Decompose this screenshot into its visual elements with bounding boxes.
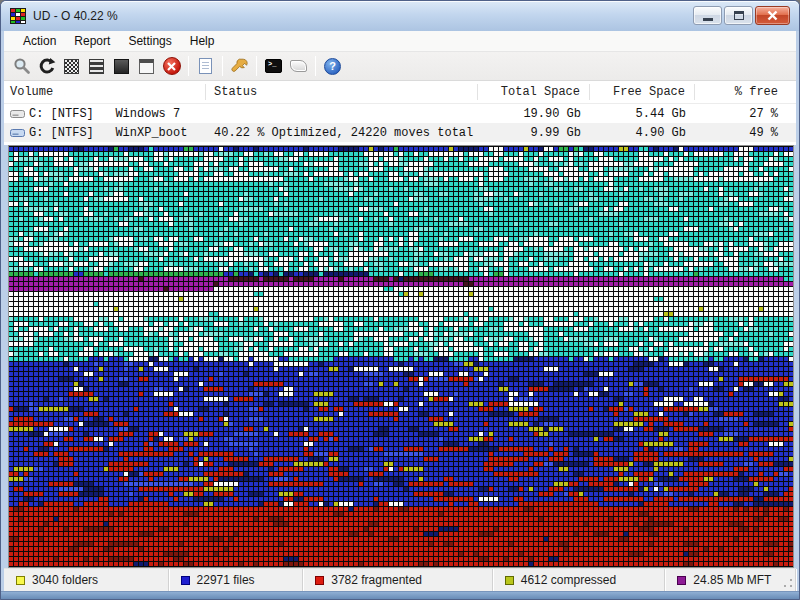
minimize-button[interactable] [693, 6, 722, 25]
toolbar-separator [256, 56, 257, 76]
menu-settings[interactable]: Settings [119, 32, 180, 50]
volume-row-c[interactable]: C: [NTFS] Windows 7 19.90 Gb 5.44 Gb 27 … [4, 104, 796, 123]
mft-size: 24.85 Mb MFT [693, 573, 771, 587]
resize-grip[interactable] [783, 578, 793, 588]
close-button[interactable] [755, 6, 790, 25]
mft-legend-swatch [677, 576, 686, 585]
status-mft: 24.85 Mb MFT [665, 569, 796, 591]
files-legend-swatch [181, 576, 190, 585]
compressed-count: 4612 compressed [521, 573, 616, 587]
magnifier-icon [13, 57, 31, 75]
menu-report[interactable]: Report [65, 32, 119, 50]
status-compressed: 4612 compressed [493, 569, 666, 591]
status-folders: 3040 folders [4, 569, 169, 591]
minimize-icon [703, 18, 713, 21]
analyze-button[interactable] [9, 54, 34, 79]
window-bottom-frame [1, 591, 799, 600]
optimize-mft-button[interactable] [109, 54, 134, 79]
quick-optimize-button[interactable] [59, 54, 84, 79]
about-button[interactable]: ? [320, 54, 345, 79]
report-button[interactable] [193, 54, 218, 79]
stop-icon [163, 57, 181, 75]
menu-help[interactable]: Help [181, 32, 224, 50]
document-icon [199, 58, 212, 74]
dark-square-icon [114, 59, 129, 74]
compressed-legend-swatch [505, 576, 514, 585]
defragment-button[interactable] [34, 54, 59, 79]
close-icon [767, 10, 778, 21]
volume-free: 4.90 Gb [590, 126, 695, 140]
column-header-pct-free[interactable]: % free [695, 84, 787, 100]
toolbar: >_ ? [4, 52, 796, 81]
volume-total: 9.99 Gb [478, 126, 590, 140]
full-optimize-button[interactable] [84, 54, 109, 79]
volume-list: Volume Status Total Space Free Space % f… [4, 81, 796, 145]
toolbar-separator [315, 56, 316, 76]
volume-pct: 49 % [695, 126, 787, 140]
app-window: UD - O 40.22 % Action Report Settings He… [0, 0, 800, 600]
fragmented-legend-swatch [315, 576, 324, 585]
striped-square-icon [89, 59, 104, 74]
column-header-status[interactable]: Status [206, 84, 478, 100]
toolbar-separator [188, 56, 189, 76]
files-count: 22971 files [197, 573, 255, 587]
folders-count: 3040 folders [32, 573, 98, 587]
volume-pct: 27 % [695, 107, 787, 121]
pause-button[interactable] [134, 54, 159, 79]
settings-button[interactable] [227, 54, 252, 79]
volume-label: C: [NTFS] Windows 7 [29, 107, 180, 121]
scroll-icon [290, 60, 307, 72]
drive-icon [10, 128, 25, 138]
volume-list-header: Volume Status Total Space Free Space % f… [4, 81, 796, 104]
window-controls [691, 6, 790, 25]
folders-legend-swatch [16, 576, 25, 585]
light-square-icon [139, 59, 154, 74]
volume-total: 19.90 Gb [478, 107, 590, 121]
volume-status: 40.22 % Optimized, 24220 moves total [206, 126, 478, 140]
menu-action[interactable]: Action [14, 32, 65, 50]
volume-label: G: [NTFS] WinXP_boot [29, 126, 187, 140]
status-fragmented: 3782 fragmented [303, 569, 493, 591]
maximize-icon [734, 11, 744, 20]
wrench-icon [231, 57, 249, 75]
cluster-map[interactable] [9, 146, 793, 567]
column-header-volume[interactable]: Volume [4, 84, 206, 100]
fragmented-count: 3782 fragmented [331, 573, 422, 587]
refresh-icon [38, 57, 56, 75]
toolbar-separator [222, 56, 223, 76]
help-icon: ? [324, 58, 341, 75]
column-header-total-space[interactable]: Total Space [478, 84, 590, 100]
dither-square-icon [64, 59, 79, 74]
volume-free: 5.44 Gb [590, 107, 695, 121]
stop-button[interactable] [159, 54, 184, 79]
drive-icon [10, 109, 25, 119]
menu-bar: Action Report Settings Help [4, 31, 796, 52]
app-icon [10, 8, 26, 24]
status-files: 22971 files [169, 569, 304, 591]
cluster-map-frame [8, 145, 794, 568]
title-bar[interactable]: UD - O 40.22 % [1, 1, 799, 31]
boot-scan-button[interactable]: >_ [261, 54, 286, 79]
volume-row-g[interactable]: G: [NTFS] WinXP_boot 40.22 % Optimized, … [4, 123, 796, 142]
boot-script-button[interactable] [286, 54, 311, 79]
column-header-free-space[interactable]: Free Space [590, 84, 695, 100]
status-bar: 3040 folders 22971 files 3782 fragmented… [4, 568, 796, 591]
console-icon: >_ [265, 59, 282, 73]
maximize-button[interactable] [724, 6, 753, 25]
window-title: UD - O 40.22 % [33, 9, 118, 23]
